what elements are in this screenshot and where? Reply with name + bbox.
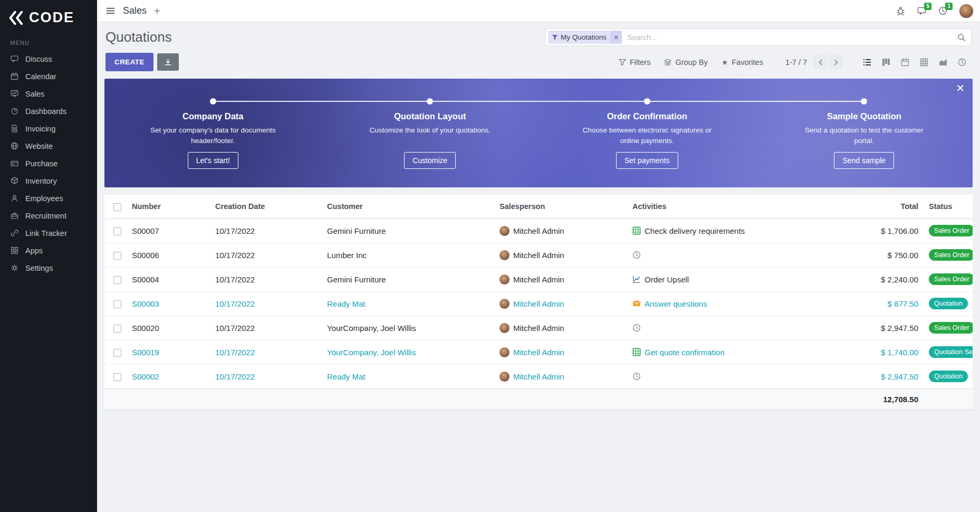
search-facet: My Quotations ✕ — [548, 31, 622, 44]
table-row[interactable]: S00020 10/17/2022 YourCompany, Joel Will… — [104, 316, 973, 340]
cell-total: $ 2,947.50 — [823, 316, 927, 340]
header-number[interactable]: Number — [130, 195, 213, 219]
cell-activity[interactable]: Answer questions — [645, 299, 707, 308]
row-checkbox[interactable] — [113, 227, 121, 235]
status-badge: Sales Order — [929, 322, 973, 334]
select-all-checkbox[interactable] — [113, 203, 121, 211]
table-row[interactable]: S00002 10/17/2022 Ready Mat Mitchell Adm… — [104, 364, 973, 388]
debug-bug-icon[interactable] — [896, 6, 906, 16]
sidebar-item-settings[interactable]: Settings — [0, 259, 97, 277]
table-row[interactable]: S00003 10/17/2022 Ready Mat Mitchell Adm… — [104, 291, 973, 316]
sidebar-item-employees[interactable]: Employees — [0, 189, 97, 207]
topbar: Sales + 5 1 — [97, 0, 980, 22]
view-pivot-button[interactable] — [915, 55, 934, 70]
table-row[interactable]: S00019 10/17/2022 YourCompany, Joel Will… — [104, 340, 973, 364]
spreadsheet-icon[interactable] — [632, 226, 641, 235]
sidebar-item-invoicing[interactable]: Invoicing — [0, 120, 97, 137]
messages-icon[interactable]: 5 — [917, 6, 927, 16]
header-salesperson[interactable]: Salesperson — [497, 195, 630, 219]
favorites-button[interactable]: ★ Favorites — [722, 58, 763, 67]
view-list-button[interactable] — [858, 55, 877, 70]
filters-button[interactable]: Filters — [619, 58, 650, 67]
row-checkbox[interactable] — [113, 252, 121, 260]
favorites-label: Favorites — [732, 58, 763, 67]
settings-icon — [10, 263, 19, 272]
sidebar-item-label: Website — [25, 142, 53, 150]
table-row[interactable]: S00006 10/17/2022 Lumber Inc Mitchell Ad… — [104, 243, 973, 267]
row-checkbox[interactable] — [113, 349, 121, 357]
header-status[interactable]: Status — [927, 195, 973, 219]
spreadsheet-icon[interactable] — [632, 348, 641, 356]
step-dot — [861, 98, 867, 105]
facet-remove-icon[interactable]: ✕ — [610, 31, 622, 44]
close-icon[interactable]: ✕ — [956, 83, 965, 93]
header-activities[interactable]: Activities — [630, 195, 823, 219]
sidebar-item-discuss[interactable]: Discuss — [0, 50, 97, 68]
search-icon[interactable] — [957, 33, 966, 42]
table-row[interactable]: S00007 10/17/2022 Gemini Furniture Mitch… — [104, 219, 973, 243]
cell-customer: Gemini Furniture — [325, 219, 497, 243]
row-checkbox[interactable] — [113, 300, 121, 308]
view-kanban-button[interactable] — [877, 55, 896, 70]
current-app-name[interactable]: Sales — [123, 5, 147, 16]
pager-range: 1-7 / 7 — [785, 58, 807, 67]
clock-icon[interactable] — [632, 251, 641, 259]
sidebar-item-purchase[interactable]: Purchase — [0, 155, 97, 172]
sidebar-item-recruitment[interactable]: Recruitment — [0, 207, 97, 224]
clock-icon[interactable] — [632, 372, 641, 381]
step-title: Sample Quotation — [827, 111, 901, 121]
sidebar-item-label: Employees — [25, 194, 63, 203]
search-box[interactable]: My Quotations ✕ — [545, 29, 972, 46]
sidebar-item-dashboards[interactable]: Dashboards — [0, 102, 97, 120]
sidebar-item-apps[interactable]: Apps — [0, 242, 97, 259]
sidebar-item-inventory[interactable]: Inventory — [0, 172, 97, 189]
export-button[interactable] — [157, 53, 179, 71]
app-logo[interactable]: CODE — [0, 0, 97, 32]
view-activity-button[interactable] — [953, 55, 972, 70]
pager-previous-button[interactable] — [813, 55, 828, 69]
clock-icon[interactable] — [632, 324, 641, 332]
view-calendar-button[interactable] — [896, 55, 915, 70]
salesperson-avatar — [499, 226, 510, 236]
sales-icon — [10, 89, 19, 98]
view-graph-button[interactable] — [934, 55, 953, 70]
activities-clock-icon[interactable]: 1 — [938, 6, 948, 16]
cell-customer: Ready Mat — [325, 291, 497, 316]
sidebar-item-calendar[interactable]: Calendar — [0, 68, 97, 85]
header-total[interactable]: Total — [823, 195, 927, 219]
table-row[interactable]: S00004 10/17/2022 Gemini Furniture Mitch… — [104, 267, 973, 291]
cell-number: S00019 — [130, 340, 213, 364]
sidebar-item-link-tracker[interactable]: Link Tracker — [0, 224, 97, 242]
header-customer[interactable]: Customer — [325, 195, 497, 219]
envelope-icon[interactable] — [632, 299, 641, 308]
add-tab-icon[interactable]: + — [154, 6, 160, 16]
sidebar-item-label: Discuss — [25, 55, 52, 63]
sidebar-item-label: Sales — [25, 90, 44, 98]
row-checkbox[interactable] — [113, 276, 121, 284]
footer-total: 12,708.50 — [823, 388, 927, 410]
create-button[interactable]: CREATE — [105, 53, 153, 71]
sidebar-item-website[interactable]: Website — [0, 137, 97, 155]
lets-start-button[interactable]: Let's start! — [188, 152, 238, 169]
cell-activity[interactable]: Order Upsell — [645, 275, 689, 284]
search-input[interactable] — [622, 33, 957, 42]
group-by-button[interactable]: Group By — [664, 58, 707, 67]
row-checkbox[interactable] — [113, 373, 121, 381]
cell-salesperson: Mitchell Admin — [513, 348, 564, 357]
customize-button[interactable]: Customize — [404, 152, 456, 169]
cell-activity[interactable]: Get quote confirmation — [645, 348, 725, 357]
send-sample-button[interactable]: Send sample — [834, 152, 894, 169]
row-checkbox[interactable] — [113, 325, 121, 333]
list-view-icon — [862, 58, 872, 67]
step-description: Choose between electronic signatures or … — [581, 125, 713, 146]
hamburger-menu-icon[interactable] — [105, 6, 116, 16]
onboarding-step-company-data: Company Data Set your company's data for… — [104, 111, 322, 169]
set-payments-button[interactable]: Set payments — [616, 152, 678, 169]
purchase-icon — [10, 159, 19, 168]
pager-next-button[interactable] — [829, 55, 843, 69]
line-chart-icon[interactable] — [632, 275, 641, 283]
sidebar-item-sales[interactable]: Sales — [0, 85, 97, 102]
header-creation-date[interactable]: Creation Date — [213, 195, 325, 219]
user-avatar[interactable] — [959, 4, 974, 18]
cell-activity[interactable]: Check delivery requirements — [645, 226, 745, 235]
